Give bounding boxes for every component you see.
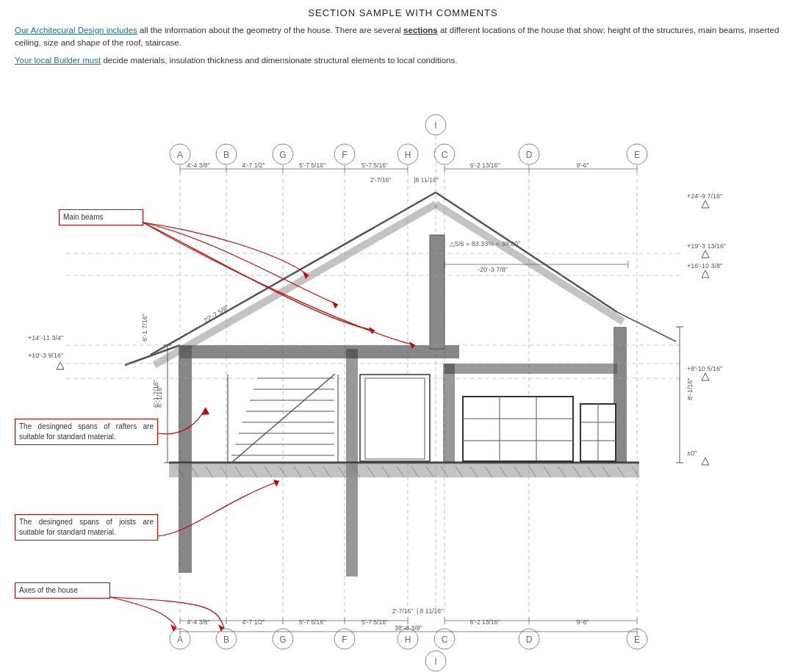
svg-text:5'-7 5/16": 5'-7 5/16" — [361, 618, 388, 626]
intro1-text2: all the information about the geometry o… — [137, 26, 403, 35]
svg-text:5'-7 5/16": 5'-7 5/16" — [299, 162, 325, 169]
svg-line-64 — [151, 192, 436, 355]
svg-rect-122 — [463, 397, 573, 461]
svg-marker-60 — [702, 373, 709, 380]
svg-text:E: E — [634, 150, 640, 160]
svg-text:+24'-9 7/16": +24'-9 7/16" — [687, 192, 722, 200]
svg-text:9'-6": 9'-6" — [577, 162, 589, 169]
svg-text:C: C — [442, 150, 448, 160]
svg-text:8'-1/16": 8'-1/16" — [686, 378, 694, 400]
svg-rect-131 — [430, 235, 445, 349]
svg-rect-110 — [365, 378, 425, 459]
svg-text:+10'-3 9/16": +10'-3 9/16" — [28, 352, 63, 359]
svg-text:B: B — [223, 150, 229, 160]
svg-text:F: F — [342, 150, 347, 160]
svg-text:+8'-10 5/16": +8'-10 5/16" — [687, 365, 722, 372]
svg-marker-148 — [202, 408, 209, 415]
svg-text:F: F — [342, 635, 347, 645]
svg-text:△5/6 = 83.33% = 39.80°: △5/6 = 83.33% = 39.80° — [450, 240, 521, 248]
svg-text:6'-1 7/16": 6'-1 7/16" — [141, 314, 148, 342]
svg-text:G: G — [279, 635, 286, 645]
svg-text:D: D — [526, 150, 533, 160]
svg-text:G: G — [279, 150, 286, 160]
svg-text:6'-2 13/16": 6'-2 13/16" — [470, 162, 500, 169]
intro2-link: Your local Builder must — [15, 56, 101, 65]
intro-paragraph-1: Our Architecural Design includes all the… — [15, 24, 791, 50]
svg-text:A: A — [177, 635, 183, 645]
svg-marker-54 — [702, 270, 709, 278]
svg-text:E: E — [634, 635, 640, 645]
svg-line-68 — [436, 204, 623, 322]
svg-text:38'-8 3/8": 38'-8 3/8" — [395, 624, 422, 632]
svg-line-65 — [436, 192, 617, 312]
svg-text:I: I — [434, 657, 436, 667]
svg-marker-145 — [332, 301, 338, 308]
svg-text:D: D — [526, 635, 533, 645]
intro-paragraph-2: Your local Builder must decide materials… — [15, 54, 791, 67]
svg-text:6'-1 7/16": 6'-1 7/16" — [152, 380, 159, 408]
intro1-link: Our Architecural Design includes — [15, 26, 137, 35]
svg-text:I: I — [434, 120, 436, 131]
svg-marker-52 — [702, 250, 709, 258]
intro1-sections: sections — [403, 26, 438, 35]
svg-text:+19'-3 13/16": +19'-3 13/16" — [687, 242, 726, 250]
svg-rect-70 — [445, 364, 617, 374]
svg-text:4'-7 1/2": 4'-7 1/2" — [242, 618, 265, 626]
svg-text:B: B — [223, 635, 229, 645]
svg-marker-150 — [170, 624, 176, 632]
svg-line-121 — [231, 374, 335, 463]
svg-text:|8 11/16": |8 11/16" — [414, 176, 439, 184]
svg-text:±0": ±0" — [687, 449, 697, 457]
svg-text:+16'-10 3/8": +16'-10 3/8" — [687, 262, 722, 270]
svg-rect-71 — [179, 345, 192, 573]
svg-text:4'-4 3/8": 4'-4 3/8" — [187, 618, 209, 626]
svg-text:2'-7/16": 2'-7/16" — [392, 607, 414, 615]
svg-text:5'-7 5/16": 5'-7 5/16" — [361, 162, 388, 169]
intro2-text: decide materials, insulation thickness a… — [101, 56, 457, 65]
svg-text:4'-7 1/2": 4'-7 1/2" — [242, 162, 265, 169]
svg-text:6'-2 13/16": 6'-2 13/16" — [470, 618, 500, 626]
page-title: SECTION SAMPLE WITH COMMENTS — [0, 7, 806, 18]
svg-text:2'-7/16": 2'-7/16" — [370, 176, 392, 184]
svg-rect-76 — [169, 463, 639, 477]
svg-marker-63 — [702, 458, 709, 465]
svg-text:A: A — [177, 150, 183, 160]
svg-text:H: H — [405, 150, 411, 160]
svg-text:-20'-3 7/8": -20'-3 7/8" — [478, 266, 508, 273]
svg-marker-58 — [57, 362, 64, 369]
svg-marker-50 — [702, 200, 709, 208]
svg-text:5'-7 5/16": 5'-7 5/16" — [299, 618, 325, 626]
svg-rect-69 — [180, 345, 459, 358]
svg-text:| 8 11/16": | 8 11/16" — [417, 607, 443, 615]
svg-text:9'-6": 9'-6" — [577, 618, 589, 626]
svg-text:C: C — [442, 635, 448, 645]
svg-text:H: H — [405, 635, 411, 645]
architectural-drawing: A B G F H I C D E 4'-4 3/8" 4'-7 1 — [0, 114, 806, 672]
svg-text:+14'-11 3/4": +14'-11 3/4" — [28, 334, 63, 342]
svg-text:4'-4 3/8": 4'-4 3/8" — [187, 162, 209, 169]
drawing-area: Main beams The desingned spans of rafter… — [0, 114, 806, 672]
